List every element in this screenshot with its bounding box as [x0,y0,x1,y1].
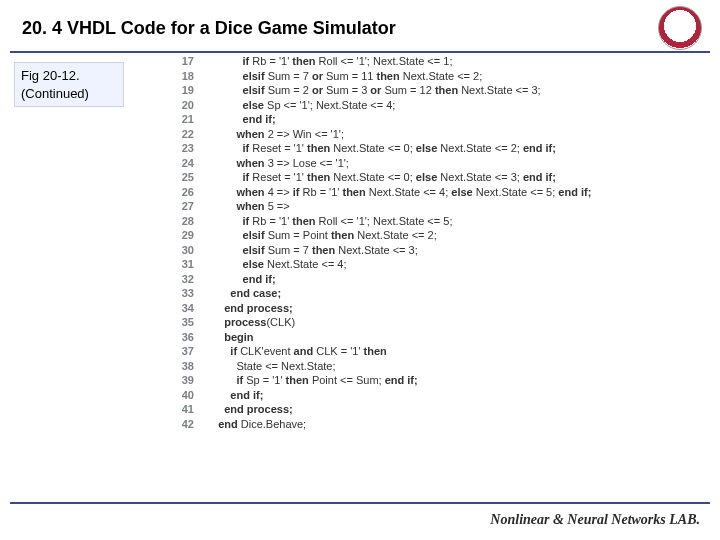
code-line: 38 State <= Next.State; [168,359,700,374]
figure-label-box: Fig 20-12. (Continued) [14,62,124,107]
code-text: else Next.State <= 4; [194,257,347,272]
line-number: 39 [168,373,194,388]
line-number: 40 [168,388,194,403]
code-text: end process; [194,301,293,316]
line-number: 35 [168,315,194,330]
code-line: 39 if Sp = '1' then Point <= Sum; end if… [168,373,700,388]
code-line: 42 end Dice.Behave; [168,417,700,432]
line-number: 34 [168,301,194,316]
code-text: end if; [194,272,276,287]
code-text: end if; [194,388,263,403]
code-text: elsif Sum = 7 then Next.State <= 3; [194,243,418,258]
code-text: if Sp = '1' then Point <= Sum; end if; [194,373,418,388]
code-text: begin [194,330,254,345]
code-line: 31 else Next.State <= 4; [168,257,700,272]
code-line: 40 end if; [168,388,700,403]
line-number: 20 [168,98,194,113]
code-line: 18 elsif Sum = 7 or Sum = 11 then Next.S… [168,69,700,84]
code-text: when 4 => if Rb = '1' then Next.State <=… [194,185,591,200]
slide-title: 20. 4 VHDL Code for a Dice Game Simulato… [22,18,720,39]
code-text: elsif Sum = 7 or Sum = 11 then Next.Stat… [194,69,482,84]
code-line: 29 elsif Sum = Point then Next.State <= … [168,228,700,243]
code-line: 41 end process; [168,402,700,417]
code-line: 37 if CLK'event and CLK = '1' then [168,344,700,359]
line-number: 30 [168,243,194,258]
line-number: 19 [168,83,194,98]
code-text: elsif Sum = Point then Next.State <= 2; [194,228,437,243]
code-line: 32 end if; [168,272,700,287]
line-number: 17 [168,54,194,69]
line-number: 23 [168,141,194,156]
header-rule [10,51,710,53]
code-line: 24 when 3 => Lose <= '1'; [168,156,700,171]
line-number: 18 [168,69,194,84]
line-number: 38 [168,359,194,374]
code-text: elsif Sum = 2 or Sum = 3 or Sum = 12 the… [194,83,541,98]
line-number: 32 [168,272,194,287]
code-line: 35 process(CLK) [168,315,700,330]
line-number: 27 [168,199,194,214]
code-text: State <= Next.State; [194,359,336,374]
line-number: 36 [168,330,194,345]
code-line: 30 elsif Sum = 7 then Next.State <= 3; [168,243,700,258]
code-line: 17 if Rb = '1' then Roll <= '1'; Next.St… [168,54,700,69]
code-line: 22 when 2 => Win <= '1'; [168,127,700,142]
code-text: if CLK'event and CLK = '1' then [194,344,387,359]
code-line: 21 end if; [168,112,700,127]
code-text: if Reset = '1' then Next.State <= 0; els… [194,141,556,156]
footer-text: Nonlinear & Neural Networks LAB. [490,512,700,528]
line-number: 22 [168,127,194,142]
code-text: when 2 => Win <= '1'; [194,127,344,142]
code-line: 28 if Rb = '1' then Roll <= '1'; Next.St… [168,214,700,229]
figure-label-line2: (Continued) [21,85,117,103]
code-text: when 3 => Lose <= '1'; [194,156,349,171]
code-line: 26 when 4 => if Rb = '1' then Next.State… [168,185,700,200]
line-number: 42 [168,417,194,432]
line-number: 29 [168,228,194,243]
code-text: if Rb = '1' then Roll <= '1'; Next.State… [194,54,452,69]
line-number: 28 [168,214,194,229]
code-line: 19 elsif Sum = 2 or Sum = 3 or Sum = 12 … [168,83,700,98]
code-text: end case; [194,286,281,301]
code-line: 33 end case; [168,286,700,301]
code-text: else Sp <= '1'; Next.State <= 4; [194,98,395,113]
line-number: 24 [168,156,194,171]
code-listing: 17 if Rb = '1' then Roll <= '1'; Next.St… [168,54,700,431]
code-line: 20 else Sp <= '1'; Next.State <= 4; [168,98,700,113]
slide-header: 20. 4 VHDL Code for a Dice Game Simulato… [0,0,720,45]
line-number: 41 [168,402,194,417]
footer-rule [10,502,710,504]
line-number: 25 [168,170,194,185]
code-line: 36 begin [168,330,700,345]
line-number: 37 [168,344,194,359]
code-line: 34 end process; [168,301,700,316]
code-line: 25 if Reset = '1' then Next.State <= 0; … [168,170,700,185]
code-text: if Rb = '1' then Roll <= '1'; Next.State… [194,214,452,229]
code-text: end if; [194,112,276,127]
code-text: process(CLK) [194,315,295,330]
figure-label-line1: Fig 20-12. [21,67,117,85]
line-number: 33 [168,286,194,301]
code-line: 27 when 5 => [168,199,700,214]
line-number: 26 [168,185,194,200]
code-line: 23 if Reset = '1' then Next.State <= 0; … [168,141,700,156]
code-text: end Dice.Behave; [194,417,306,432]
university-logo [658,6,702,50]
code-text: end process; [194,402,293,417]
line-number: 21 [168,112,194,127]
line-number: 31 [168,257,194,272]
code-text: if Reset = '1' then Next.State <= 0; els… [194,170,556,185]
code-text: when 5 => [194,199,290,214]
